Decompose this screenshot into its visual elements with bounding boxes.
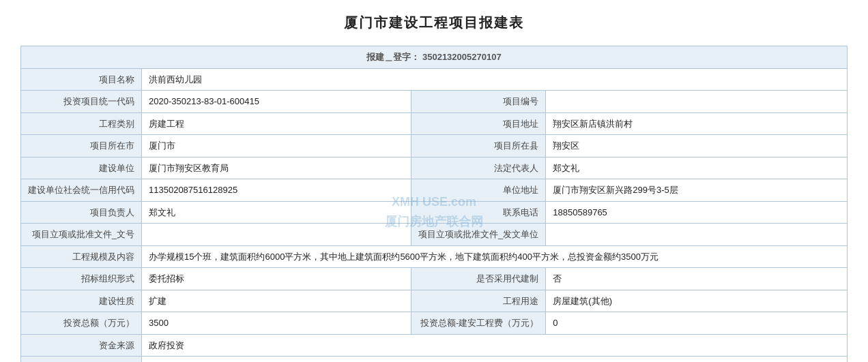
value-cell: 113502087516128925 [142, 179, 411, 202]
label-cell: 投资总额-建安工程费（万元） [411, 312, 546, 335]
label-cell: 出资比例 [21, 357, 142, 363]
table-row: 投资总额（万元） 3500 投资总额-建安工程费（万元） 0 [21, 312, 848, 335]
value-cell [546, 91, 848, 113]
value-cell: 厦门市翔安区新兴路299号3-5层 [546, 179, 848, 202]
label-cell: 项目名称 [21, 68, 142, 91]
value-cell: 扩建 [142, 290, 411, 312]
value-cell: 郑文礼 [142, 201, 411, 224]
table-row: 建设单位 厦门市翔安区教育局 法定代表人 郑文礼 [21, 157, 848, 179]
label-cell: 项目所在市 [21, 135, 142, 157]
value-cell: 2020-350213-83-01-600415 [142, 91, 411, 113]
label-cell: 项目编号 [411, 91, 546, 113]
table-row: 项目名称 洪前西幼儿园 [21, 68, 848, 91]
value-cell: 0 [546, 312, 848, 335]
value-cell: 厦门市 [142, 135, 411, 157]
label-cell: 项目立项或批准文件_文号 [21, 224, 142, 246]
label-cell: 法定代表人 [411, 157, 546, 179]
label-cell: 工程规模及内容 [21, 245, 142, 268]
label-cell: 建设单位社会统一信用代码 [21, 179, 142, 202]
header-row: 报建＿登字： 3502132005270107 [21, 46, 848, 69]
value-cell: 厦门市翔安区教育局 [142, 157, 411, 179]
value-cell: 洪前西幼儿园 [142, 68, 848, 91]
watermark-container: XMH USE.com 厦门房地产联合网 报建＿登字： 350213200527… [20, 46, 848, 362]
label-cell: 联系电话 [411, 201, 546, 224]
table-row: 项目所在市 厦门市 项目所在县 翔安区 [21, 135, 848, 157]
label-cell: 投资总额（万元） [21, 312, 142, 335]
value-cell: 3500 [142, 312, 411, 335]
label-cell: 资金来源 [21, 334, 142, 357]
label-cell: 项目立项或批准文件_发文单位 [411, 224, 546, 246]
value-cell: 委托招标 [142, 268, 411, 290]
label-cell: 招标组织形式 [21, 268, 142, 290]
label-cell: 工程类别 [21, 112, 142, 135]
label-cell: 投资项目统一代码 [21, 91, 142, 113]
table-row: 工程类别 房建工程 项目地址 翔安区新店镇洪前村 [21, 112, 848, 135]
table-row: 建设性质 扩建 工程用途 房屋建筑(其他) [21, 290, 848, 312]
table-row: 项目负责人 郑文礼 联系电话 18850589765 [21, 201, 848, 224]
value-cell: 办学规模15个班，建筑面积约6000平方米，其中地上建筑面积约5600平方米，地… [142, 245, 848, 268]
main-table: 报建＿登字： 3502132005270107 项目名称 洪前西幼儿园 投资项目… [20, 46, 848, 362]
value-cell [546, 224, 848, 246]
header-value: 3502132005270107 [422, 52, 502, 62]
label-cell: 项目负责人 [21, 201, 142, 224]
table-row: 资金来源 政府投资 [21, 334, 848, 357]
table-row: 工程规模及内容 办学规模15个班，建筑面积约6000平方米，其中地上建筑面积约5… [21, 245, 848, 268]
label-cell: 建设性质 [21, 290, 142, 312]
header-cell: 报建＿登字： 3502132005270107 [21, 46, 848, 69]
label-cell: 工程用途 [411, 290, 546, 312]
value-cell: 翔安区 [546, 135, 848, 157]
value-cell [142, 224, 411, 246]
table-row: 项目立项或批准文件_文号 项目立项或批准文件_发文单位 [21, 224, 848, 246]
table-row: 出资比例 财政： 0% 自筹： 0% 其他： 0% [21, 357, 848, 363]
value-cell: 房建工程 [142, 112, 411, 135]
page-wrapper: 厦门市建设工程项目报建表 XMH USE.com 厦门房地产联合网 报建＿登字：… [0, 0, 868, 362]
value-cell: 18850589765 [546, 201, 848, 224]
header-label: 报建＿登字： [366, 52, 420, 62]
table-row: 投资项目统一代码 2020-350213-83-01-600415 项目编号 [21, 91, 848, 113]
page-title: 厦门市建设工程项目报建表 [20, 14, 848, 32]
funding-ratio-cell: 财政： 0% 自筹： 0% 其他： 0% [142, 357, 848, 363]
value-cell: 郑文礼 [546, 157, 848, 179]
label-cell: 项目所在县 [411, 135, 546, 157]
value-cell: 房屋建筑(其他) [546, 290, 848, 312]
value-cell: 政府投资 [142, 334, 848, 357]
value-cell: 否 [546, 268, 848, 290]
label-cell: 项目地址 [411, 112, 546, 135]
table-row: 招标组织形式 委托招标 是否采用代建制 否 [21, 268, 848, 290]
label-cell: 建设单位 [21, 157, 142, 179]
table-row: 建设单位社会统一信用代码 113502087516128925 单位地址 厦门市… [21, 179, 848, 202]
value-cell: 翔安区新店镇洪前村 [546, 112, 848, 135]
label-cell: 是否采用代建制 [411, 268, 546, 290]
label-cell: 单位地址 [411, 179, 546, 202]
